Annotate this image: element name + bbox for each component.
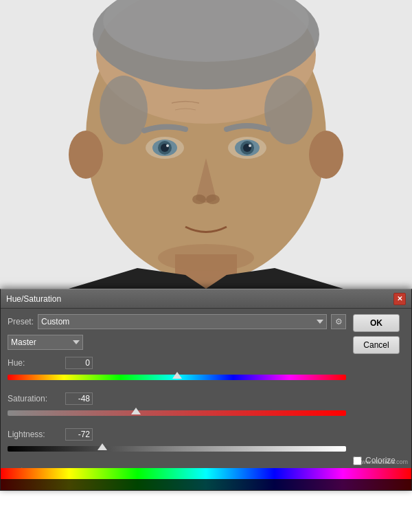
dialog-title-bar: Hue/Saturation ✕ [1,289,411,309]
svg-point-8 [309,131,343,179]
svg-point-5 [100,76,148,144]
hue-header: Hue: [8,357,346,369]
svg-point-7 [69,131,103,179]
saturation-track-container [8,406,346,420]
svg-point-6 [264,76,312,144]
rainbow-bar [1,468,411,479]
ok-button[interactable]: OK [353,314,400,332]
watermark: www.xiazaiba.com [357,458,408,465]
preset-select[interactable]: Custom [38,314,327,329]
lightness-thumb[interactable] [98,443,107,450]
color-bars [1,468,411,490]
lightness-slider-row: Lightness: [8,428,346,456]
svg-point-21 [206,195,220,204]
hue-track[interactable] [8,375,346,380]
left-panel: Preset: Custom ⚙ Master Hue: [8,314,346,485]
saturation-thumb[interactable] [131,408,141,414]
saturation-value[interactable] [65,392,93,405]
photo-background [0,0,412,289]
lightness-track-container [8,442,346,456]
hue-slider-row: Hue: [8,357,346,384]
hue-track-container [8,370,346,384]
channel-select[interactable]: Master [8,335,83,350]
lightness-header: Lightness: [8,428,346,441]
svg-point-20 [192,195,206,204]
lightness-track[interactable] [8,446,346,452]
hue-thumb[interactable] [172,372,182,379]
adjusted-bar [1,479,411,490]
svg-point-14 [166,144,169,147]
svg-point-19 [249,144,251,147]
lightness-value[interactable] [65,428,93,441]
hue-label: Hue: [8,358,62,368]
cancel-button[interactable]: Cancel [353,336,400,354]
channel-row: Master [8,335,346,350]
dialog-content: Preset: Custom ⚙ Master Hue: [1,309,411,490]
saturation-track[interactable] [8,410,346,416]
gear-button[interactable]: ⚙ [331,314,346,329]
saturation-slider-row: Saturation: [8,392,346,420]
photo-area [0,0,412,289]
hue-saturation-dialog: Hue/Saturation ✕ Preset: Custom ⚙ Master [0,289,412,491]
dialog-title: Hue/Saturation [6,294,61,304]
close-button[interactable]: ✕ [393,293,406,305]
saturation-label: Saturation: [8,394,62,403]
preset-label: Preset: [8,317,34,326]
hue-value[interactable] [65,357,93,369]
svg-point-22 [158,244,254,271]
preset-row: Preset: Custom ⚙ [8,314,346,329]
lightness-label: Lightness: [8,430,62,439]
saturation-header: Saturation: [8,392,346,405]
